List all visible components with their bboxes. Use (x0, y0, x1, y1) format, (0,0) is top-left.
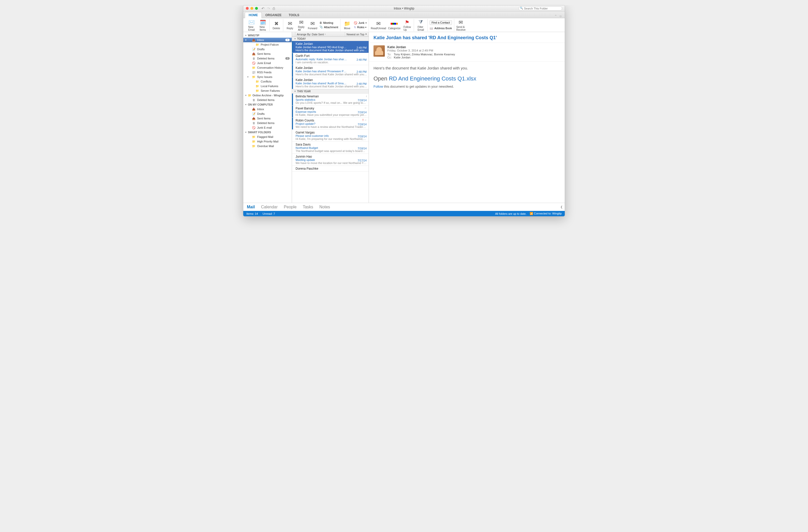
nav-calendar[interactable]: Calendar (261, 205, 278, 209)
sidebar-item[interactable]: 📁Conflicts (243, 79, 292, 84)
window-controls (243, 7, 258, 10)
sidebar-item[interactable]: 📁Server Failures (243, 89, 292, 93)
tab-home[interactable]: HOME (245, 12, 262, 18)
disclosure-icon: ▼ (245, 94, 247, 97)
inbox-icon: 📥 (252, 108, 256, 111)
sidebar-account[interactable]: ▼ SMART FOLDERS (243, 130, 292, 135)
sidebar-item[interactable]: 📁Project Falcon (243, 42, 292, 47)
reading-pane: Katie Jordan has shared 'RD And Engineer… (369, 32, 565, 203)
maximize-button[interactable] (255, 7, 258, 10)
redo-icon[interactable]: ↷ (267, 6, 270, 11)
tab-tools[interactable]: TOOLS (285, 12, 303, 18)
document-link[interactable]: RD And Engineering Costs Q1.xlsx (389, 75, 476, 82)
sidebar-item[interactable]: 📁Flagged Mail (243, 135, 292, 139)
collapse-ribbon-icon[interactable]: ⌃ (554, 14, 557, 18)
junk-icon: 🚫 (252, 126, 256, 129)
attachment-icon: 📎 (319, 25, 323, 29)
sidebar-item[interactable]: 🗑Deleted Items (243, 121, 292, 125)
attachment-icon: ↓ (366, 94, 367, 97)
chevron-down-icon: ▾ (366, 22, 367, 24)
reply-icon: ← (364, 118, 367, 121)
app-window: ↶ ↷ ⎙ Inbox • Wingtip HOME ORGANIZE TOOL… (243, 5, 565, 216)
arrange-by-button[interactable]: Arrange By: Date Sent↕ (295, 32, 345, 36)
new-items-button[interactable]: 🗓️New Items (257, 19, 269, 31)
sidebar-item[interactable]: ▼📁Sync Issues (243, 75, 292, 79)
sidebar-item[interactable]: ▼📥Inbox7 (243, 38, 292, 42)
collapse-nav-icon[interactable]: ❮ (561, 205, 563, 209)
sidebar-item[interactable]: 📝Drafts (243, 47, 292, 52)
sidebar-item[interactable]: 📰RSS Feeds (243, 70, 292, 75)
nav-notes[interactable]: Notes (319, 205, 330, 209)
nav-tasks[interactable]: Tasks (303, 205, 313, 209)
sidebar-item[interactable]: 📤Sent Items (243, 116, 292, 121)
filter-email-button[interactable]: ⧩Filter Email (415, 19, 426, 31)
follow-up-button[interactable]: ⚑Follow Up (401, 19, 413, 31)
message-group-header[interactable]: ▼ THIS YEAR (292, 89, 369, 94)
reply-all-button[interactable]: ✉︎Reply All (296, 19, 307, 31)
disclosure-icon: ▼ (294, 38, 296, 40)
delete-button[interactable]: ✖Delete (271, 20, 282, 30)
find-contact-input[interactable]: Find a Contact (430, 20, 452, 25)
sidebar-item[interactable]: 📁Overdue Mail (243, 144, 292, 148)
nav-mail[interactable]: Mail (247, 205, 255, 209)
minimize-button[interactable] (251, 7, 253, 10)
sort-order-button[interactable]: Newest on Top▼ (345, 32, 369, 36)
search-input[interactable] (519, 6, 562, 11)
nav-people[interactable]: People (284, 205, 297, 209)
read-unread-button[interactable]: ✉︎Read/Unread (370, 20, 387, 30)
reply-button[interactable]: ✉︎Reply (284, 20, 296, 30)
reply-icon: ✉︎ (288, 20, 292, 27)
close-button[interactable] (246, 7, 249, 10)
message-item[interactable]: Garret VargasPlease send customer info7/… (292, 130, 369, 142)
sidebar-account[interactable]: ▼ ON MY COMPUTER (243, 102, 292, 107)
sidebar-item[interactable]: 📝Drafts (243, 112, 292, 116)
message-item[interactable]: !←Robin CountsProject update?7/18/14We n… (292, 118, 369, 130)
address-book-button[interactable]: 📖Address Book (430, 27, 452, 30)
sidebar-item[interactable]: 📥Inbox (243, 107, 292, 112)
sidebar-item[interactable]: 📤Sent Items (243, 52, 292, 56)
undo-icon[interactable]: ↶ (261, 6, 264, 11)
message-item[interactable]: ↓Belinda NewmanSports statistics7/18/14D… (292, 94, 369, 106)
send-receive-button[interactable]: ✉︎Send & Receive (455, 19, 466, 31)
new-email-button[interactable]: ✉️New Email (246, 19, 257, 31)
sidebar-item[interactable]: 🗑Deleted Items (243, 98, 292, 102)
message-item[interactable]: Junmin HaoMeeting update7/17/14We have t… (292, 154, 369, 166)
follow-link[interactable]: Follow (373, 84, 383, 89)
disclosure-icon: ▼ (245, 103, 247, 106)
trash-icon: 🗑 (252, 57, 256, 60)
sidebar-account[interactable]: ▼📁 Online Archive - Wingtip (243, 93, 292, 98)
forward-button[interactable]: ✉︎Forward (307, 20, 318, 30)
help-icon[interactable]: ☺ (559, 14, 562, 18)
message-item[interactable]: Dorena Paschke (292, 166, 369, 172)
sidebar-item[interactable]: 📁Conversation History (243, 65, 292, 70)
sidebar-item[interactable]: 🚫Junk E-mail (243, 125, 292, 130)
rules-button[interactable]: ↯Rules▾ (354, 26, 366, 29)
message-item[interactable]: ←Pavel BanskyExpense reports7/18/14Hi Ka… (292, 106, 369, 118)
sidebar-account[interactable]: ▼ WINGTIP (243, 33, 292, 38)
sidebar-item[interactable]: 📁High Priority Mail (243, 139, 292, 144)
junk-icon: 🚫 (354, 21, 357, 25)
sidebar-item[interactable]: 🗑Deleted Items3 (243, 56, 292, 61)
categorize-button[interactable]: Categorize (387, 20, 401, 30)
attachment-button[interactable]: 📎Attachment (319, 25, 338, 29)
message-item[interactable]: Katie JordanKatie Jordan has shared 'Pro… (292, 65, 369, 77)
meeting-button[interactable]: 🗓Meeting (319, 21, 338, 24)
message-item[interactable]: Katie JordanKatie Jordan has shared 'RD … (292, 41, 369, 53)
tab-organize[interactable]: ORGANIZE (262, 12, 285, 18)
status-sync: All folders are up to date. (495, 212, 526, 215)
rules-icon: ↯ (354, 26, 356, 29)
move-button[interactable]: 📁Move (342, 20, 353, 30)
window-title: Inbox • Wingtip (394, 7, 414, 10)
disclosure-icon: ▼ (245, 39, 247, 41)
sidebar-item[interactable]: 🚫Junk Email (243, 61, 292, 65)
address-book-icon: 📖 (430, 27, 433, 30)
message-item[interactable]: Sara DavisNorthwind Budget7/18/14The Nor… (292, 142, 369, 154)
new-items-icon: 🗓️ (260, 19, 266, 26)
message-group-header[interactable]: ▼ TODAY (292, 37, 369, 41)
message-item[interactable]: Garth FortAutomatic reply: Katie Jordan … (292, 53, 369, 65)
message-item[interactable]: Katie JordanKatie Jordan has shared 'Aud… (292, 77, 369, 89)
junk-button[interactable]: 🚫Junk▾ (354, 21, 366, 25)
sidebar-item[interactable]: 📁Local Failures (243, 84, 292, 89)
print-icon[interactable]: ⎙ (273, 6, 275, 11)
flag-icon: ⚑ (405, 19, 409, 26)
